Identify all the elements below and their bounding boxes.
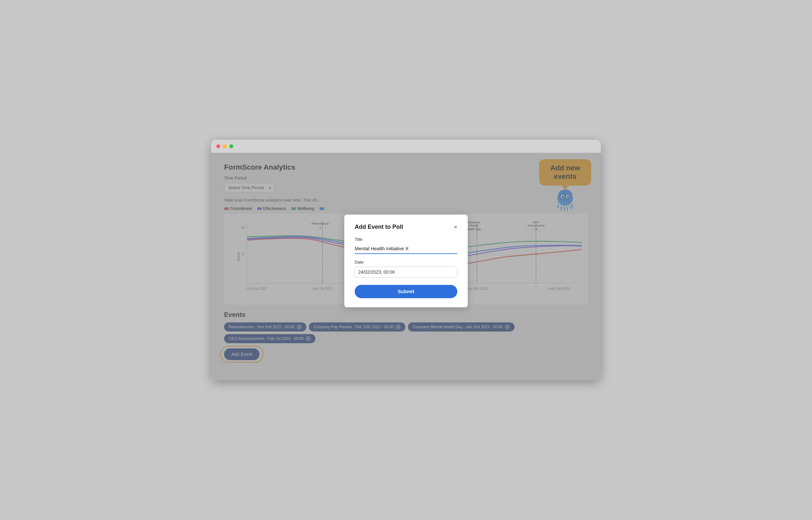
modal-date-input[interactable]: [355, 266, 457, 278]
modal-date-label: Date: [355, 260, 457, 264]
app-window: Add new events: [211, 140, 601, 380]
modal-title: Add Event to Poll: [355, 224, 403, 230]
minimize-dot[interactable]: [223, 144, 227, 148]
modal-header: Add Event to Poll ×: [355, 224, 457, 230]
modal-title-label: Title: [355, 237, 457, 242]
close-dot[interactable]: [216, 144, 220, 148]
titlebar: [211, 140, 601, 153]
add-event-modal: Add Event to Poll × Title Date Submit: [344, 214, 468, 307]
fullscreen-dot[interactable]: [229, 144, 233, 148]
modal-submit-button[interactable]: Submit: [355, 285, 457, 298]
modal-title-input[interactable]: [355, 244, 457, 254]
window-content: Add new events: [211, 153, 601, 380]
modal-close-button[interactable]: ×: [454, 224, 457, 230]
